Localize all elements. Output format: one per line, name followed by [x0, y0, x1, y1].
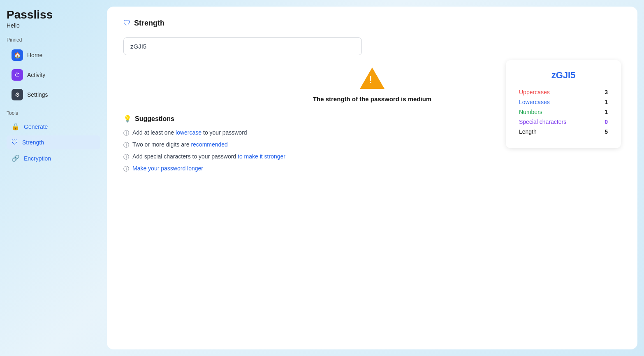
- pinned-label: Pinned: [7, 37, 100, 43]
- sidebar: Passliss Hello Pinned 🏠 Home ⏱ Activity …: [0, 0, 107, 356]
- sidebar-home-label: Home: [27, 52, 42, 58]
- password-input[interactable]: [123, 37, 362, 55]
- suggestion-4: ⓘ Make your password longer: [123, 165, 621, 173]
- suggestions-title: Suggestions: [135, 115, 174, 123]
- main-content: 🛡 Strength The strength of the password …: [107, 7, 637, 349]
- numbers-value: 1: [605, 109, 608, 115]
- lowercases-value: 1: [605, 99, 608, 105]
- suggestion-text-2: Two or more digits are recommended: [132, 141, 228, 148]
- sidebar-item-generate[interactable]: 🔒 Generate: [7, 119, 100, 134]
- app-subtitle: Hello: [7, 22, 100, 29]
- generate-icon: 🔒: [12, 123, 20, 130]
- stats-password-display: zGJI5: [519, 70, 608, 81]
- warning-message: The strength of the password is medium: [313, 95, 431, 102]
- encryption-label: Encryption: [24, 155, 51, 162]
- home-icon: 🏠: [12, 49, 23, 61]
- sidebar-settings-label: Settings: [27, 91, 48, 98]
- length-label: Length: [519, 128, 537, 135]
- lowercases-row: Lowercases 1: [519, 99, 608, 105]
- lowercases-label: Lowercases: [519, 99, 550, 105]
- numbers-label: Numbers: [519, 109, 542, 115]
- special-chars-label: Special characters: [519, 119, 566, 125]
- uppercases-row: Uppercases 3: [519, 89, 608, 95]
- shield-header-icon: 🛡: [123, 19, 131, 28]
- activity-icon: ⏱: [12, 69, 23, 81]
- suggestion-circle-icon-2: ⓘ: [123, 142, 129, 149]
- suggestion-circle-icon-4: ⓘ: [123, 165, 129, 173]
- sidebar-item-settings[interactable]: ⚙ Settings: [7, 86, 100, 104]
- suggestion-circle-icon-1: ⓘ: [123, 130, 129, 137]
- length-row: Length 5: [519, 128, 608, 135]
- generate-label: Generate: [24, 123, 48, 130]
- suggestion-text-3: Add special characters to your password …: [132, 153, 285, 160]
- stats-card: zGJI5 Uppercases 3 Lowercases 1 Numbers …: [506, 60, 621, 148]
- strength-section-header: 🛡 Strength: [123, 19, 621, 28]
- strength-icon: 🛡: [12, 139, 18, 146]
- numbers-row: Numbers 1: [519, 109, 608, 115]
- sidebar-item-home[interactable]: 🏠 Home: [7, 46, 100, 64]
- sidebar-item-encryption[interactable]: 🔗 Encryption: [7, 151, 100, 165]
- suggestion-3: ⓘ Add special characters to your passwor…: [123, 153, 621, 161]
- sidebar-item-activity[interactable]: ⏱ Activity: [7, 66, 100, 84]
- app-title: Passliss: [7, 8, 100, 21]
- suggestion-text-4: Make your password longer: [132, 165, 203, 172]
- uppercases-label: Uppercases: [519, 89, 550, 95]
- encryption-icon: 🔗: [12, 154, 20, 162]
- tools-label: Tools: [7, 110, 100, 116]
- lightbulb-icon: 💡: [123, 115, 132, 123]
- strength-title: Strength: [134, 19, 164, 28]
- warning-triangle-icon: [360, 67, 385, 89]
- sidebar-item-strength[interactable]: 🛡 Strength: [7, 135, 100, 149]
- suggestion-text-1: Add at least one lowercase to your passw…: [132, 129, 247, 136]
- special-chars-value: 0: [605, 119, 608, 125]
- settings-icon: ⚙: [12, 89, 23, 100]
- uppercases-value: 3: [605, 89, 608, 95]
- strength-label: Strength: [22, 139, 44, 146]
- sidebar-activity-label: Activity: [27, 72, 45, 78]
- special-chars-row: Special characters 0: [519, 119, 608, 125]
- length-value: 5: [605, 128, 608, 135]
- suggestion-circle-icon-3: ⓘ: [123, 154, 129, 161]
